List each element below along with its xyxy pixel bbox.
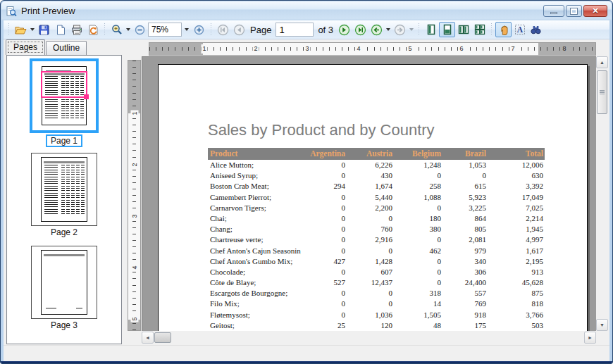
thumbnails-list: Page 1 Page 2	[6, 55, 122, 344]
ruler-number: 4	[130, 264, 138, 270]
text-select-tool-button[interactable]: A	[512, 22, 528, 37]
table-cell: 0	[301, 299, 347, 309]
hand-tool-button[interactable]	[495, 22, 512, 37]
open-dropdown-caret[interactable]	[30, 28, 35, 31]
zoom-combo-dropdown[interactable]	[182, 23, 191, 37]
mini-footer-left	[46, 308, 56, 309]
ruler-number: 3	[130, 213, 138, 219]
scroll-up-button[interactable]: ▲	[596, 56, 608, 68]
tab-outline[interactable]: Outline	[46, 41, 87, 55]
vertical-scrollbar[interactable]: ▲ ▼	[596, 56, 608, 331]
file-group	[13, 22, 101, 37]
ruler-number: 5	[130, 315, 138, 322]
two-page-view-button[interactable]	[455, 22, 471, 37]
table-cell: 25	[301, 320, 347, 331]
table-cell: 1,036	[347, 310, 394, 320]
table-cell: 0	[394, 203, 442, 213]
page-3-thumbnail[interactable]	[41, 250, 87, 315]
previous-page-button[interactable]	[231, 22, 247, 37]
maximize-button[interactable]	[566, 5, 582, 17]
thumbnail-label[interactable]: Page 3	[47, 320, 81, 330]
table-cell: Carnarvon Tigers;	[208, 203, 301, 213]
table-cell: 0	[347, 299, 394, 309]
header-cell: Austria	[347, 148, 394, 160]
table-row: Chef Anton's Gumbo Mix;4271,42803402,195	[208, 256, 545, 267]
close-button[interactable]: ✕	[583, 5, 607, 17]
find-binoculars-icon	[530, 24, 542, 35]
page-2-thumbnail[interactable]	[41, 157, 87, 222]
table-row: Chef Anton's Cajun Seasoning;004629791,6…	[208, 246, 545, 256]
table-cell: 0	[394, 267, 442, 277]
table-cell: 0	[301, 310, 347, 320]
scroll-down-button[interactable]: ▼	[596, 319, 608, 331]
ruler-number: 5	[407, 44, 413, 54]
table-cell: 760	[347, 224, 394, 234]
navigate-back-icon	[371, 24, 383, 36]
current-view-rectangle[interactable]	[41, 71, 87, 99]
table-row: Côte de Blaye;52712,437024,40045,628	[208, 277, 545, 288]
thumbnail-page-3[interactable]: Page 3	[31, 246, 97, 330]
zoom-out-button[interactable]	[132, 22, 148, 37]
table-row: Chang;07603808051,945	[208, 224, 545, 234]
table-cell: 875	[488, 288, 545, 299]
navigate-forward-button[interactable]	[392, 22, 408, 37]
last-page-icon	[354, 24, 366, 36]
table-cell: 864	[442, 213, 488, 224]
table-cell: 3,392	[488, 181, 545, 192]
thumbnail-page-2[interactable]: Page 2	[31, 153, 97, 237]
preview-viewport[interactable]: Sales by Product and by Country ProductA…	[142, 56, 596, 331]
ruler-number: 7	[509, 44, 516, 54]
thumbnail-label[interactable]: Page 1	[46, 134, 82, 147]
next-page-button[interactable]	[336, 22, 352, 37]
find-button[interactable]	[528, 22, 544, 37]
single-page-view-button[interactable]	[423, 22, 439, 37]
table-cell: 17,049	[488, 192, 545, 203]
last-page-button[interactable]	[352, 22, 369, 37]
table-row: Chocolade;06070306913	[208, 267, 545, 277]
thumbnail-page-1[interactable]: Page 1	[30, 56, 99, 147]
four-page-view-button[interactable]	[471, 22, 488, 37]
horizontal-scrollbar[interactable]: ◄ ►	[142, 332, 596, 344]
new-document-button[interactable]	[52, 22, 68, 37]
horizontal-scroll-thumb[interactable]	[154, 332, 171, 343]
zoom-level-combo[interactable]: 75%	[148, 23, 182, 37]
table-cell: 918	[442, 310, 488, 320]
table-row: Chartreuse verte;02,91602,0814,997	[208, 234, 545, 245]
horizontal-ruler: 12345678	[149, 42, 596, 56]
vertical-scroll-thumb[interactable]	[597, 70, 607, 114]
tab-pages[interactable]: Pages	[6, 39, 45, 55]
table-cell: 1,053	[442, 160, 488, 170]
fit-page-view-button[interactable]	[439, 22, 455, 37]
save-button[interactable]	[36, 22, 52, 37]
table-cell: Chef Anton's Cajun Seasoning;	[208, 246, 301, 256]
back-dropdown-caret[interactable]	[386, 28, 390, 31]
first-page-button[interactable]	[215, 22, 231, 37]
zoom-in-button[interactable]	[109, 22, 125, 37]
forward-dropdown-caret[interactable]	[409, 28, 414, 31]
thumbnail-selected-frame	[30, 58, 99, 133]
thumbnail-label[interactable]: Page 2	[47, 227, 81, 237]
navigate-back-button[interactable]	[369, 22, 385, 37]
minimize-button[interactable]	[543, 5, 564, 17]
previous-page-icon	[233, 24, 245, 36]
scroll-right-button[interactable]: ►	[584, 332, 596, 344]
table-cell: 294	[301, 181, 347, 192]
table-cell: 0	[442, 170, 488, 181]
page-number-input[interactable]	[275, 23, 314, 37]
scroll-left-button[interactable]: ◄	[142, 332, 154, 344]
status-bar	[4, 345, 609, 361]
thumbnail-frame	[31, 246, 97, 319]
mini-table-header	[44, 254, 85, 256]
view-rect-handle[interactable]	[84, 94, 89, 99]
zoom-in-dropdown-caret[interactable]	[126, 28, 130, 31]
table-cell: 0	[301, 170, 347, 181]
print-button[interactable]	[68, 22, 85, 37]
table-cell: 380	[394, 224, 442, 234]
page-1-thumbnail[interactable]	[42, 66, 87, 125]
table-cell: Chocolade;	[208, 267, 301, 277]
table-cell: Aniseed Syrup;	[208, 170, 301, 181]
table-row: Boston Crab Meat;2941,6742586153,392	[208, 181, 545, 192]
zoom-increase-button[interactable]	[191, 22, 207, 37]
page-setup-button[interactable]	[85, 22, 101, 37]
open-button[interactable]	[13, 22, 29, 37]
